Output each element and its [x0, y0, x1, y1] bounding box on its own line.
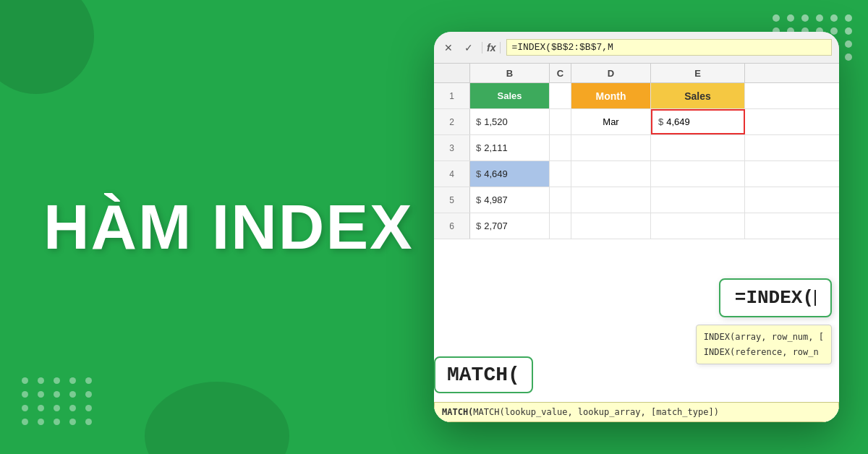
- cell-c5: [550, 187, 571, 213]
- confirm-button[interactable]: ✓: [461, 40, 476, 55]
- dots-decoration-bottom-left: [22, 377, 94, 425]
- index-tooltip: INDEX(array, row_num, [ INDEX(reference,…: [696, 325, 832, 364]
- value: 2,707: [484, 220, 508, 231]
- cell-b4[interactable]: $ 4,649: [470, 161, 550, 187]
- row-num-4: 4: [434, 161, 470, 187]
- index-formula-box: =INDEX(: [719, 278, 832, 317]
- col-header-c: C: [550, 64, 571, 82]
- match-tooltip-text: MATCH(MATCH(lookup_value, lookup_array, …: [442, 407, 719, 417]
- index-tooltip-line2: INDEX(reference, row_n: [704, 345, 824, 359]
- data-row-2: 2 $ 1,520 Mar $ 4,649: [434, 109, 839, 135]
- arc-decoration-top-left: [0, 0, 94, 94]
- cancel-button[interactable]: ✕: [441, 40, 456, 55]
- page-title: HÀM INDEX: [43, 195, 414, 259]
- dollar-sign: $: [476, 168, 481, 179]
- tooltip-text: INDEX(reference, row_n: [704, 347, 819, 357]
- match-args: MATCH(lookup_value, lookup_array, [match…: [473, 407, 719, 417]
- value: 4,649: [666, 116, 690, 127]
- data-row-4: 4 $ 4,649: [434, 161, 839, 187]
- cell-d3: [571, 135, 651, 160]
- value: 1,520: [484, 116, 508, 127]
- index-tooltip-line1: INDEX(array, row_num, [: [704, 330, 824, 344]
- match-tooltip: MATCH(MATCH(lookup_value, lookup_array, …: [434, 402, 839, 422]
- data-row-5: 5 $ 4,987: [434, 187, 839, 213]
- cell-c2: [550, 109, 571, 134]
- col-header-d: D: [571, 64, 651, 82]
- fx-label: fx: [482, 42, 501, 53]
- row-num-2: 2: [434, 109, 470, 134]
- main-title-section: HÀM INDEX: [43, 195, 414, 259]
- cell-d5: [571, 187, 651, 213]
- header-row: 1 Sales Month Sales: [434, 83, 839, 109]
- excel-panel: ✕ ✓ fx =INDEX($B$2:$B$7,M B C D E 1 Sale…: [434, 32, 839, 422]
- data-row-6: 6 $ 2,707: [434, 213, 839, 239]
- col-header-b: B: [470, 64, 550, 82]
- dollar-sign: $: [476, 116, 481, 127]
- match-bold: MATCH(: [442, 407, 473, 417]
- row-num-6: 6: [434, 213, 470, 239]
- tooltip-text: INDEX(array, row_num, [: [704, 332, 824, 342]
- row-num-5: 5: [434, 187, 470, 213]
- dollar-sign: $: [476, 194, 481, 205]
- row-num-header: [434, 64, 470, 82]
- column-headers: B C D E: [434, 64, 839, 83]
- cell-d2[interactable]: Mar: [571, 109, 651, 134]
- cell-b1[interactable]: Sales: [470, 83, 550, 108]
- value: 2,111: [484, 142, 508, 153]
- row-num-3: 3: [434, 135, 470, 160]
- cell-e5: [651, 187, 745, 213]
- dollar-sign: $: [476, 220, 481, 231]
- spreadsheet-area: B C D E 1 Sales Month Sales 2 $ 1,520 Ma…: [434, 64, 839, 422]
- cell-d1[interactable]: Month: [571, 83, 651, 108]
- cell-e3: [651, 135, 745, 160]
- data-row-3: 3 $ 2,111: [434, 135, 839, 161]
- formula-bar: ✕ ✓ fx =INDEX($B$2:$B$7,M: [434, 32, 839, 64]
- cell-b3[interactable]: $ 2,111: [470, 135, 550, 160]
- formula-bar-content[interactable]: =INDEX($B$2:$B$7,M: [506, 39, 832, 56]
- cell-c4: [550, 161, 571, 187]
- arc-decoration-bottom: [145, 382, 289, 454]
- cell-c3: [550, 135, 571, 160]
- cell-c1: [550, 83, 571, 108]
- cell-b2[interactable]: $ 1,520: [470, 109, 550, 134]
- cell-d4: [571, 161, 651, 187]
- cell-b5[interactable]: $ 4,987: [470, 187, 550, 213]
- dollar-sign: $: [658, 116, 663, 127]
- cell-e6: [651, 213, 745, 239]
- cell-d6: [571, 213, 651, 239]
- dollar-sign: $: [476, 142, 481, 153]
- value: 4,649: [484, 168, 508, 179]
- cursor: [814, 290, 816, 306]
- cell-e1[interactable]: Sales: [651, 83, 745, 108]
- cell-e4: [651, 161, 745, 187]
- cell-e2[interactable]: $ 4,649: [651, 109, 745, 134]
- value: 4,987: [484, 194, 508, 205]
- match-formula-bar: MATCH(: [434, 356, 533, 393]
- cell-b6[interactable]: $ 2,707: [470, 213, 550, 239]
- col-header-e: E: [651, 64, 745, 82]
- row-num-1: 1: [434, 83, 470, 108]
- match-formula-text: MATCH(: [447, 364, 520, 386]
- cell-c6: [550, 213, 571, 239]
- index-formula-text: =INDEX(: [735, 287, 814, 309]
